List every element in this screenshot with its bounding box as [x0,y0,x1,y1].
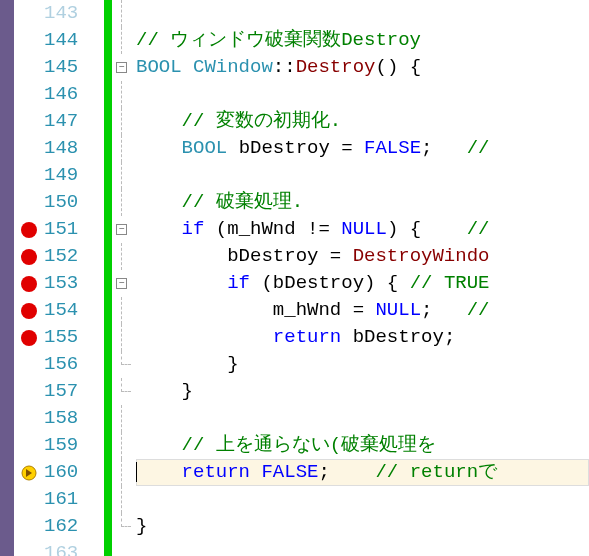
breakpoint-cell[interactable] [14,459,44,486]
code-line[interactable]: if (m_hWnd != NULL) { // [136,216,589,243]
breakpoint-icon[interactable] [21,222,37,238]
fold-cell[interactable] [112,81,136,108]
token [136,434,182,456]
fold-collapse-icon[interactable]: − [116,278,127,289]
code-line[interactable]: } [136,351,589,378]
code-line[interactable]: } [136,513,589,540]
token: NULL [375,299,421,321]
breakpoint-cell[interactable] [14,270,44,297]
breakpoint-icon[interactable] [21,303,37,319]
line-number: 161 [44,486,78,513]
breakpoint-cell[interactable] [14,378,44,405]
code-line[interactable]: // 破棄処理. [136,189,589,216]
breakpoint-icon[interactable] [21,249,37,265]
fold-cell[interactable] [112,27,136,54]
fold-guide [121,81,122,108]
line-number: 148 [44,135,78,162]
token [341,326,352,348]
token [136,326,273,348]
breakpoint-cell[interactable] [14,513,44,540]
breakpoint-icon[interactable] [21,330,37,346]
breakpoint-cell[interactable] [14,486,44,513]
fold-column[interactable]: −−− [112,0,136,556]
token: if [182,218,205,240]
token: // 変数の初期化. [182,110,342,132]
fold-guide [121,405,122,432]
fold-cell[interactable] [112,189,136,216]
breakpoint-cell[interactable] [14,108,44,135]
code-line[interactable]: // 上を通らない(破棄処理を [136,432,589,459]
fold-cell[interactable] [112,162,136,189]
fold-cell[interactable] [112,459,136,486]
fold-guide [121,135,122,162]
code-line[interactable]: } [136,378,589,405]
code-line[interactable] [136,162,589,189]
token: ; [421,137,467,159]
fold-cell[interactable] [112,0,136,27]
breakpoint-cell[interactable] [14,189,44,216]
code-line[interactable]: if (bDestroy) { // TRUE [136,270,589,297]
fold-cell[interactable] [112,243,136,270]
code-line[interactable]: bDestroy = DestroyWindo [136,243,589,270]
token: // 破棄処理. [182,191,304,213]
fold-cell[interactable] [112,351,136,378]
code-line[interactable]: BOOL bDestroy = FALSE; // [136,135,589,162]
fold-cell[interactable] [112,513,136,540]
breakpoint-cell[interactable] [14,216,44,243]
code-area[interactable]: // ウィンドウ破棄関数DestroyBOOL CWindow::Destroy… [136,0,589,556]
code-line[interactable]: // ウィンドウ破棄関数Destroy [136,27,589,54]
fold-cell[interactable] [112,486,136,513]
fold-cell[interactable] [112,324,136,351]
breakpoint-cell[interactable] [14,405,44,432]
code-line[interactable] [136,81,589,108]
fold-cell[interactable] [112,108,136,135]
fold-cell[interactable] [112,378,136,405]
code-line[interactable] [136,540,589,556]
line-number: 149 [44,162,78,189]
breakpoint-cell[interactable] [14,243,44,270]
code-line[interactable]: return bDestroy; [136,324,589,351]
breakpoint-cell[interactable] [14,0,44,27]
breakpoint-cell[interactable] [14,27,44,54]
breakpoint-cell[interactable] [14,54,44,81]
code-editor[interactable]: 1431441451461471481491501511521531541551… [0,0,589,556]
breakpoint-cell[interactable] [14,432,44,459]
token: != [296,218,342,240]
fold-guide [121,0,122,27]
fold-cell[interactable]: − [112,270,136,297]
code-line[interactable]: BOOL CWindow::Destroy() { [136,54,589,81]
breakpoint-cell[interactable] [14,351,44,378]
breakpoint-cell[interactable] [14,135,44,162]
breakpoint-cell[interactable] [14,81,44,108]
code-line[interactable]: // 変数の初期化. [136,108,589,135]
fold-collapse-icon[interactable]: − [116,224,127,235]
code-line[interactable] [136,0,589,27]
breakpoint-cell[interactable] [14,297,44,324]
fold-cell[interactable] [112,135,136,162]
breakpoint-cell[interactable] [14,162,44,189]
fold-cell[interactable] [112,432,136,459]
gutter-margin [0,0,14,556]
token [136,218,182,240]
line-number: 159 [44,432,78,459]
breakpoint-cell[interactable] [14,540,44,556]
breakpoint-icon[interactable] [21,276,37,292]
fold-cell[interactable] [112,540,136,556]
fold-collapse-icon[interactable]: − [116,62,127,73]
fold-cell[interactable]: − [112,216,136,243]
code-line[interactable]: m_hWnd = NULL; // [136,297,589,324]
token: BOOL [136,56,182,78]
token: = [341,299,375,321]
code-line[interactable] [136,486,589,513]
code-line[interactable]: return FALSE; // returnで [136,459,589,486]
code-line[interactable] [136,405,589,432]
breakpoint-cell[interactable] [14,324,44,351]
token [227,137,238,159]
fold-cell[interactable] [112,297,136,324]
fold-guide [121,189,122,216]
token: bDestroy [227,245,318,267]
fold-cell[interactable] [112,405,136,432]
token: DestroyWindo [353,245,490,267]
fold-cell[interactable]: − [112,54,136,81]
breakpoint-column[interactable] [14,0,44,556]
